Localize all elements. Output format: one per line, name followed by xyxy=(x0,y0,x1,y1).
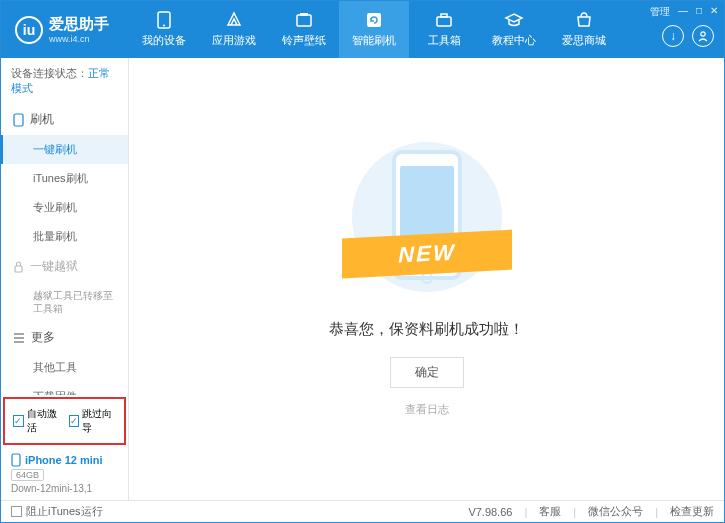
svg-rect-5 xyxy=(437,17,451,26)
main-content: NEW 恭喜您，保资料刷机成功啦！ 确定 查看日志 xyxy=(129,58,724,500)
phone-icon xyxy=(154,11,174,29)
folder-icon xyxy=(294,11,314,29)
device-name[interactable]: iPhone 12 mini xyxy=(11,453,118,467)
chk-block-itunes[interactable]: 阻止iTunes运行 xyxy=(11,504,103,519)
toolbox-icon xyxy=(434,11,454,29)
device-capacity: 64GB xyxy=(11,469,44,481)
group-more[interactable]: 更多 xyxy=(1,322,128,353)
maximize-button[interactable]: □ xyxy=(696,5,702,19)
sidebar-menu: 刷机 一键刷机 iTunes刷机 专业刷机 批量刷机 一键越狱 越狱工具已转移至… xyxy=(1,104,128,395)
sidebar: 设备连接状态：正常模式 刷机 一键刷机 iTunes刷机 专业刷机 批量刷机 一… xyxy=(1,58,129,500)
svg-rect-3 xyxy=(300,13,308,16)
sub-batch-flash[interactable]: 批量刷机 xyxy=(1,222,128,251)
device-status: 设备连接状态：正常模式 xyxy=(1,58,128,104)
check-icon: ✓ xyxy=(69,415,80,427)
user-icon[interactable] xyxy=(692,25,714,47)
nav-ringtones[interactable]: 铃声壁纸 xyxy=(269,1,339,58)
app-url: www.i4.cn xyxy=(49,34,109,44)
view-log-link[interactable]: 查看日志 xyxy=(405,402,449,417)
nav-store[interactable]: 爱思商城 xyxy=(549,1,619,58)
sub-pro-flash[interactable]: 专业刷机 xyxy=(1,193,128,222)
sub-one-click-flash[interactable]: 一键刷机 xyxy=(1,135,128,164)
service-link[interactable]: 客服 xyxy=(539,504,561,519)
manage-button[interactable]: 管理 xyxy=(650,5,670,19)
store-icon xyxy=(574,11,594,29)
jailbreak-note: 越狱工具已转移至工具箱 xyxy=(1,282,128,322)
footer: 阻止iTunes运行 V7.98.66 | 客服 | 微信公众号 | 检查更新 xyxy=(1,500,724,522)
nav-flash[interactable]: 智能刷机 xyxy=(339,1,409,58)
nav-toolbox[interactable]: 工具箱 xyxy=(409,1,479,58)
graduation-icon xyxy=(504,11,524,29)
phone-icon xyxy=(11,453,21,467)
version-label: V7.98.66 xyxy=(468,506,512,518)
header: iu 爱思助手 www.i4.cn 我的设备 应用游戏 铃声壁纸 智能刷机 工具… xyxy=(1,1,724,58)
nav-my-device[interactable]: 我的设备 xyxy=(129,1,199,58)
apps-icon xyxy=(224,11,244,29)
svg-rect-4 xyxy=(367,13,381,27)
nav-apps[interactable]: 应用游戏 xyxy=(199,1,269,58)
top-nav: 我的设备 应用游戏 铃声壁纸 智能刷机 工具箱 教程中心 爱思商城 xyxy=(129,1,724,58)
app-name: 爱思助手 xyxy=(49,15,109,34)
chk-auto-activate[interactable]: ✓ 自动激活 xyxy=(13,407,61,435)
update-link[interactable]: 检查更新 xyxy=(670,504,714,519)
svg-rect-9 xyxy=(15,266,22,272)
checkbox-highlight: ✓ 自动激活 ✓ 跳过向导 xyxy=(3,397,126,445)
ok-button[interactable]: 确定 xyxy=(390,357,464,388)
nav-tutorials[interactable]: 教程中心 xyxy=(479,1,549,58)
close-button[interactable]: ✕ xyxy=(710,5,718,19)
success-illustration: NEW xyxy=(352,142,502,302)
svg-rect-2 xyxy=(297,15,311,26)
refresh-icon xyxy=(364,11,384,29)
chk-skip-guide[interactable]: ✓ 跳过向导 xyxy=(69,407,117,435)
check-icon: ✓ xyxy=(13,415,24,427)
sub-download-firmware[interactable]: 下载固件 xyxy=(1,382,128,395)
wechat-link[interactable]: 微信公众号 xyxy=(588,504,643,519)
new-ribbon: NEW xyxy=(342,229,512,278)
sub-other-tools[interactable]: 其他工具 xyxy=(1,353,128,382)
device-info: iPhone 12 mini 64GB Down-12mini-13,1 xyxy=(1,447,128,500)
logo-icon: iu xyxy=(15,16,43,44)
svg-point-1 xyxy=(163,25,165,27)
checkbox-icon xyxy=(11,506,22,517)
minimize-button[interactable]: — xyxy=(678,5,688,19)
group-jailbreak: 一键越狱 xyxy=(1,251,128,282)
device-version: Down-12mini-13,1 xyxy=(11,483,118,494)
group-flash[interactable]: 刷机 xyxy=(1,104,128,135)
svg-rect-6 xyxy=(441,14,447,17)
download-icon[interactable]: ↓ xyxy=(662,25,684,47)
svg-rect-13 xyxy=(12,454,20,466)
success-message: 恭喜您，保资料刷机成功啦！ xyxy=(329,320,524,339)
menu-icon xyxy=(13,333,25,343)
svg-rect-8 xyxy=(14,114,23,126)
phone-icon xyxy=(13,113,24,127)
logo-area: iu 爱思助手 www.i4.cn xyxy=(1,15,129,44)
header-actions: ↓ xyxy=(662,25,714,47)
svg-point-7 xyxy=(701,32,705,36)
lock-icon xyxy=(13,261,24,273)
sub-itunes-flash[interactable]: iTunes刷机 xyxy=(1,164,128,193)
window-controls: 管理 — □ ✕ xyxy=(650,5,718,19)
